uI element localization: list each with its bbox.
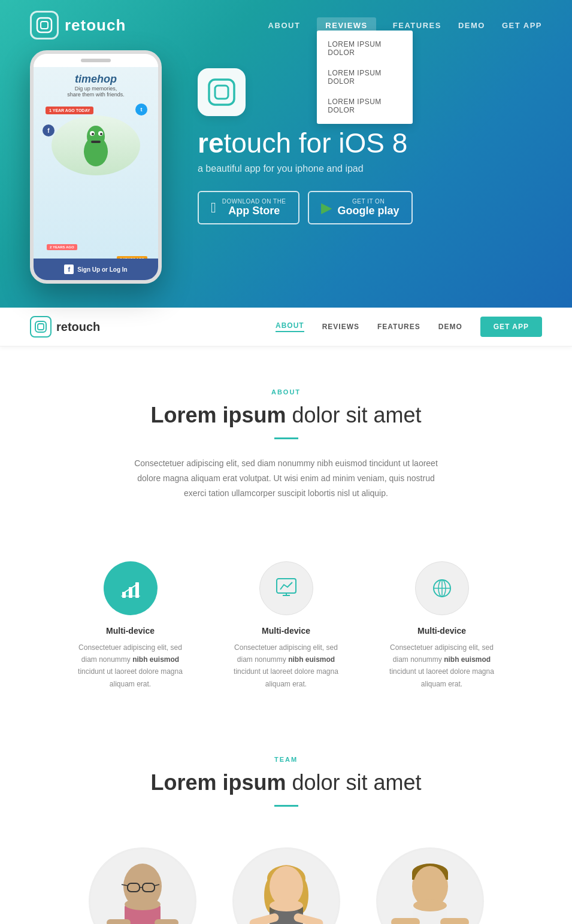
svg-point-49 (413, 899, 447, 911)
about-label: ABOUT (30, 388, 542, 396)
phone-inner: timehop Dig up memories, share them with… (34, 54, 158, 280)
svg-rect-50 (391, 918, 420, 924)
nav-get-app[interactable]: GET APP (502, 21, 542, 30)
hero-section: retouch ABOUT REVIEWS LOREM IPSUM DOLOR … (0, 0, 572, 308)
feature-2-desc: Consectetuer adipiscing elit, sed diam n… (226, 642, 346, 691)
sec-nav-demo[interactable]: DEMO (438, 323, 462, 331)
svg-rect-9 (209, 80, 234, 105)
about-description: Consectetuer adipiscing elit, sed diam n… (131, 456, 442, 501)
team-divider (274, 805, 298, 807)
nav-features[interactable]: FEATURES (393, 21, 441, 30)
google-play-button[interactable]: ▶ Get it on Google play (308, 191, 413, 225)
timehop-subtitle: Dig up memories, share them with friends… (67, 86, 125, 98)
phone-illustration (52, 116, 140, 175)
team-member-3[interactable] (370, 847, 490, 924)
top-navigation: retouch ABOUT REVIEWS LOREM IPSUM DOLOR … (0, 0, 572, 50)
nav-reviews-wrapper: REVIEWS LOREM IPSUM DOLOR LOREM IPSUM DO… (317, 20, 376, 31)
sec-nav-links: ABOUT REVIEWS FEATURES DEMO GET APP (276, 317, 542, 337)
team-label: TEAM (30, 756, 542, 763)
svg-point-5 (92, 133, 94, 135)
logo[interactable]: retouch (30, 11, 126, 39)
logo-text: retouch (65, 16, 126, 35)
member-2-avatar (232, 847, 340, 924)
team-member-1[interactable] (83, 847, 202, 924)
about-divider (274, 437, 298, 439)
member-1-avatar (89, 847, 196, 924)
about-title: Lorem ipsum dolor sit amet (30, 403, 542, 428)
card-2-years: 2 YEARS AGO (47, 244, 77, 250)
svg-point-27 (125, 898, 161, 910)
svg-point-3 (87, 126, 105, 147)
timehop-app: timehop Dig up memories, share them with… (34, 67, 158, 280)
svg-rect-33 (107, 919, 131, 924)
svg-rect-1 (41, 22, 48, 29)
apple-icon:  (211, 199, 216, 216)
team-member-2[interactable] (226, 847, 346, 924)
nav-links: ABOUT REVIEWS LOREM IPSUM DOLOR LOREM IP… (268, 20, 542, 31)
feature-1-icon (104, 561, 158, 615)
feature-item-2: Multi-device Consectetuer adipiscing eli… (226, 561, 346, 691)
nav-about[interactable]: ABOUT (268, 21, 301, 30)
sec-logo[interactable]: retouch (30, 316, 100, 338)
app-icon-large (198, 68, 246, 116)
play-icon: ▶ (321, 199, 332, 216)
feature-2-icon (259, 561, 313, 615)
dropdown-item-3[interactable]: LOREM IPSUM DOLOR (317, 92, 413, 120)
about-section: ABOUT Lorem ipsum dolor sit amet Consect… (0, 346, 572, 561)
hero-content: timehop Dig up memories, share them with… (0, 50, 572, 308)
svg-point-7 (100, 133, 102, 135)
team-row-1 (0, 823, 572, 924)
team-section: TEAM Lorem ipsum dolor sit amet (0, 726, 572, 807)
features-grid: Multi-device Consectetuer adipiscing eli… (0, 561, 572, 727)
twitter-icon: t (135, 104, 147, 116)
app-store-text: Download on the App Store (222, 198, 286, 218)
phone-signup[interactable]: f Sign Up or Log In (34, 259, 158, 280)
nav-demo[interactable]: DEMO (458, 21, 485, 30)
svg-rect-12 (38, 324, 44, 330)
svg-rect-34 (155, 919, 178, 924)
get-app-button[interactable]: GET APP (480, 317, 542, 337)
feature-item-1: Multi-device Consectetuer adipiscing eli… (71, 561, 190, 691)
feature-2-title: Multi-device (226, 626, 346, 636)
hero-subtitle: a beautiful app for you iphone and ipad (198, 163, 542, 174)
facebook-icon: f (43, 124, 55, 136)
dropdown-item-1[interactable]: LOREM IPSUM DOLOR (317, 34, 413, 63)
timehop-title: timehop (75, 73, 117, 86)
sec-logo-text: retouch (56, 320, 100, 334)
member-3-avatar (376, 847, 484, 924)
sec-nav-reviews[interactable]: REVIEWS (322, 323, 359, 331)
google-play-text: Get it on Google play (338, 198, 400, 218)
phone-speaker (81, 59, 111, 62)
store-buttons:  Download on the App Store ▶ Get it on … (198, 191, 542, 225)
hero-title: retouch for iOS 8 (198, 128, 542, 159)
svg-rect-17 (121, 595, 140, 597)
feature-1-desc: Consectetuer adipiscing elit, sed diam n… (71, 642, 190, 691)
svg-rect-0 (37, 18, 52, 32)
logo-icon (30, 11, 59, 39)
feature-item-3: Multi-device Consectetuer adipiscing eli… (382, 561, 502, 691)
phone-mockup: timehop Dig up memories, share them with… (30, 50, 162, 284)
feature-3-icon (415, 561, 469, 615)
feature-1-title: Multi-device (71, 626, 190, 636)
fb-icon: f (64, 265, 74, 274)
dropdown-item-2[interactable]: LOREM IPSUM DOLOR (317, 63, 413, 92)
sec-nav-features[interactable]: FEATURES (377, 323, 420, 331)
app-store-button[interactable]:  Download on the App Store (198, 191, 299, 225)
reviews-dropdown: LOREM IPSUM DOLOR LOREM IPSUM DOLOR LORE… (317, 31, 413, 124)
card-year-ago: 1 YEAR AGO TODAY (46, 107, 93, 114)
svg-rect-51 (440, 918, 469, 924)
svg-rect-10 (215, 86, 228, 99)
feature-3-title: Multi-device (382, 626, 502, 636)
svg-rect-11 (35, 321, 46, 332)
sec-nav-about[interactable]: ABOUT (276, 321, 304, 332)
team-title: Lorem ipsum dolor sit amet (30, 770, 542, 795)
svg-rect-8 (91, 141, 101, 143)
secondary-navigation: retouch ABOUT REVIEWS FEATURES DEMO GET … (0, 308, 572, 346)
feature-3-desc: Consectetuer adipiscing elit, sed diam n… (382, 642, 502, 691)
sec-logo-icon (30, 316, 52, 338)
svg-point-41 (270, 899, 303, 911)
